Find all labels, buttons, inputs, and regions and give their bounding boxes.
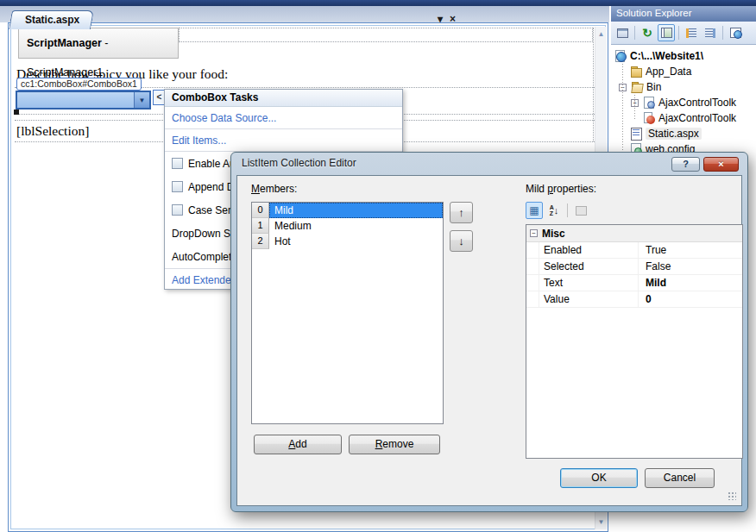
toolbar-separator: [567, 203, 568, 217]
member-row[interactable]: 0 Mild: [252, 203, 443, 218]
member-index: 1: [252, 218, 269, 234]
scriptmanager-name: ScriptManager: [27, 37, 102, 49]
scriptmanager-control[interactable]: ScriptManager - ScriptManager1: [18, 28, 179, 59]
view-code-button[interactable]: [702, 24, 719, 41]
aspx-page-icon: [630, 128, 642, 140]
checkbox-icon[interactable]: [172, 181, 183, 192]
property-row[interactable]: Value 0: [526, 291, 742, 308]
toolbar-separator: [634, 26, 635, 40]
solution-explorer-title: Solution Explorer: [611, 6, 756, 22]
property-pages-icon: [576, 206, 587, 216]
tasks-panel-title: ComboBox Tasks: [165, 90, 402, 107]
nest-related-files-button[interactable]: [683, 24, 700, 41]
collapse-icon[interactable]: −: [530, 229, 538, 237]
assembly-icon: [643, 97, 655, 109]
scroll-down-icon[interactable]: ▼: [595, 515, 607, 526]
member-row[interactable]: 1 Medium: [252, 218, 443, 234]
combobox-dropdown-button[interactable]: ▼: [134, 92, 149, 108]
toolbar-separator: [678, 26, 679, 40]
members-listbox[interactable]: 0 Mild 1 Medium 2 Hot: [251, 202, 444, 424]
add-button[interactable]: Add: [254, 435, 342, 454]
property-grid: − Misc Enabled True Selected False Text …: [526, 224, 743, 459]
tab-static-aspx[interactable]: Static.aspx: [9, 10, 94, 29]
dialog-title: ListItem Collection Editor: [242, 157, 356, 169]
folder-icon: [630, 66, 642, 78]
refresh-icon: ↻: [642, 27, 652, 39]
nest-related-files-icon: [686, 28, 696, 38]
category-label: Misc: [542, 228, 565, 240]
solution-tree: C:\...\Website1\ App_Data − Bin + AjaxCo…: [611, 45, 756, 157]
pdb-icon: [643, 112, 655, 124]
checkbox-icon[interactable]: [172, 158, 183, 169]
member-index: 0: [252, 203, 269, 218]
member-text: Medium: [269, 218, 443, 234]
remove-button[interactable]: Remove: [349, 435, 440, 454]
property-pages-button: [572, 202, 589, 219]
alphabetical-sort-button[interactable]: AZ ↓: [545, 202, 563, 219]
open-folder-icon: [631, 81, 643, 93]
move-down-button[interactable]: ↓: [450, 230, 473, 252]
solution-explorer-toolbar: ↻: [611, 22, 756, 45]
tree-item-bin[interactable]: − Bin: [611, 79, 756, 95]
properties-button[interactable]: [614, 24, 631, 41]
tree-item-ajaxcontroltoolkit-pdb[interactable]: AjaxControlToolk: [611, 110, 756, 126]
property-row[interactable]: Selected False: [526, 259, 742, 275]
help-button[interactable]: ?: [671, 157, 700, 172]
combobox-id-tag: cc1:ComboBox#ComboBox1: [16, 78, 142, 91]
category-row[interactable]: − Misc: [526, 225, 742, 242]
copy-website-icon: [661, 28, 672, 38]
designer-div-outline: [179, 28, 593, 42]
move-up-button[interactable]: ↑: [450, 202, 473, 223]
listitem-collection-editor-dialog: ListItem Collection Editor ? × Members: …: [230, 152, 748, 512]
member-index: 2: [252, 234, 269, 249]
member-text: Mild: [269, 203, 443, 218]
refresh-button[interactable]: ↻: [639, 24, 656, 41]
member-row[interactable]: 2 Hot: [252, 234, 443, 249]
combobox-text-area[interactable]: [17, 92, 134, 108]
toolbar-separator: [722, 26, 723, 40]
window-top-strip: [0, 0, 756, 6]
property-row[interactable]: Text Mild: [526, 275, 742, 291]
document-tab-strip: Static.aspx ▾ ×: [0, 6, 609, 22]
view-designer-button[interactable]: [727, 24, 744, 41]
member-text: Hot: [269, 234, 443, 249]
tree-connector: [622, 64, 623, 152]
dialog-client-area: Members: 0 Mild 1 Medium 2 Hot ↑ ↓ Mild …: [237, 176, 741, 505]
tree-item-website-root[interactable]: C:\...\Website1\: [611, 48, 756, 64]
selection-handle[interactable]: [14, 110, 19, 115]
properties-icon: [617, 28, 628, 38]
property-row[interactable]: Enabled True: [526, 242, 742, 259]
edit-items-link[interactable]: Edit Items...: [165, 129, 402, 152]
ok-button[interactable]: OK: [560, 468, 638, 488]
website-root-icon: [614, 50, 627, 62]
cancel-button[interactable]: Cancel: [645, 468, 715, 488]
view-designer-icon: [730, 28, 741, 38]
copy-website-button[interactable]: [658, 24, 675, 41]
close-button[interactable]: ×: [703, 157, 739, 172]
vs-window: Static.aspx ▾ × ScriptManager - ScriptMa…: [0, 0, 756, 532]
scroll-up-icon[interactable]: ▲: [595, 27, 607, 38]
choose-data-source-link[interactable]: Choose Data Source...: [165, 107, 402, 129]
view-code-icon: [705, 28, 715, 38]
tab-label: Static.aspx: [25, 11, 79, 29]
sort-az-icon: AZ ↓: [550, 204, 559, 216]
dropdown-arrow-icon: ▼: [139, 97, 146, 104]
label-control[interactable]: [lblSelection]: [16, 123, 89, 139]
members-label: Members:: [251, 183, 297, 195]
tree-connector: [634, 95, 635, 121]
tree-item-static-aspx[interactable]: Static.aspx: [611, 126, 756, 141]
categorized-button[interactable]: ▦: [526, 202, 543, 219]
checkbox-icon[interactable]: [172, 204, 183, 216]
tree-item-app-data[interactable]: App_Data: [611, 64, 756, 79]
property-grid-toolbar: ▦ AZ ↓: [526, 200, 743, 221]
designer-dotted-line-vertical: [593, 28, 594, 141]
combobox-control[interactable]: ▼: [16, 91, 151, 110]
categorized-icon: ▦: [529, 205, 539, 216]
properties-label: Mild properties:: [526, 183, 596, 195]
tree-item-ajaxcontroltoolkit-dll[interactable]: + AjaxControlToolk: [611, 95, 756, 110]
resize-grip-icon[interactable]: [728, 491, 736, 500]
